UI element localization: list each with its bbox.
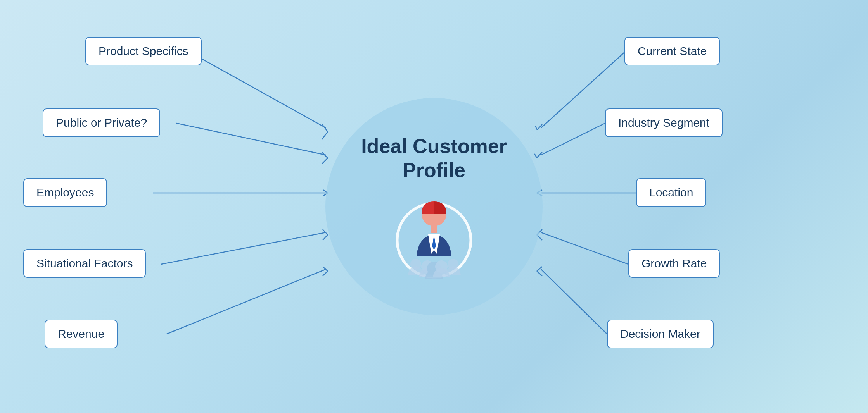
node-product-specifics: Product Specifics	[85, 37, 202, 65]
svg-line-19	[537, 152, 542, 158]
svg-line-24	[541, 232, 628, 264]
svg-line-12	[167, 269, 326, 334]
svg-line-29	[537, 271, 542, 276]
svg-line-3	[176, 123, 326, 155]
node-industry-segment: Industry Segment	[605, 108, 723, 137]
svg-line-2	[322, 132, 328, 139]
center-title-line1: Ideal Customer	[361, 135, 507, 157]
svg-line-4	[322, 152, 328, 158]
node-growth-rate: Growth Rate	[628, 249, 720, 278]
center-title-line2: Profile	[403, 159, 465, 181]
node-situational-factors: Situational Factors	[23, 249, 146, 278]
center-title: Ideal Customer Profile	[361, 134, 507, 182]
svg-rect-32	[431, 225, 437, 233]
node-current-state: Current State	[624, 37, 720, 65]
node-employees: Employees	[23, 178, 107, 207]
svg-line-14	[323, 271, 328, 276]
node-revenue: Revenue	[45, 320, 118, 348]
svg-line-10	[323, 229, 328, 235]
diagram-container: Ideal Customer Profile	[0, 0, 868, 413]
center-circle: Ideal Customer Profile	[325, 98, 543, 315]
node-location: Location	[636, 178, 706, 207]
svg-line-16	[537, 124, 542, 130]
svg-line-17	[535, 126, 537, 130]
svg-line-13	[323, 267, 328, 271]
svg-line-9	[161, 232, 326, 264]
svg-line-18	[541, 123, 605, 155]
node-public-or-private: Public or Private?	[43, 108, 160, 137]
svg-line-11	[323, 235, 328, 240]
svg-line-1	[322, 124, 328, 132]
svg-line-0	[190, 52, 326, 128]
node-decision-maker: Decision Maker	[607, 320, 714, 348]
person-illustration	[393, 190, 475, 279]
svg-line-5	[322, 158, 328, 164]
svg-line-28	[537, 267, 542, 271]
svg-line-20	[534, 154, 537, 158]
svg-line-27	[541, 269, 607, 334]
